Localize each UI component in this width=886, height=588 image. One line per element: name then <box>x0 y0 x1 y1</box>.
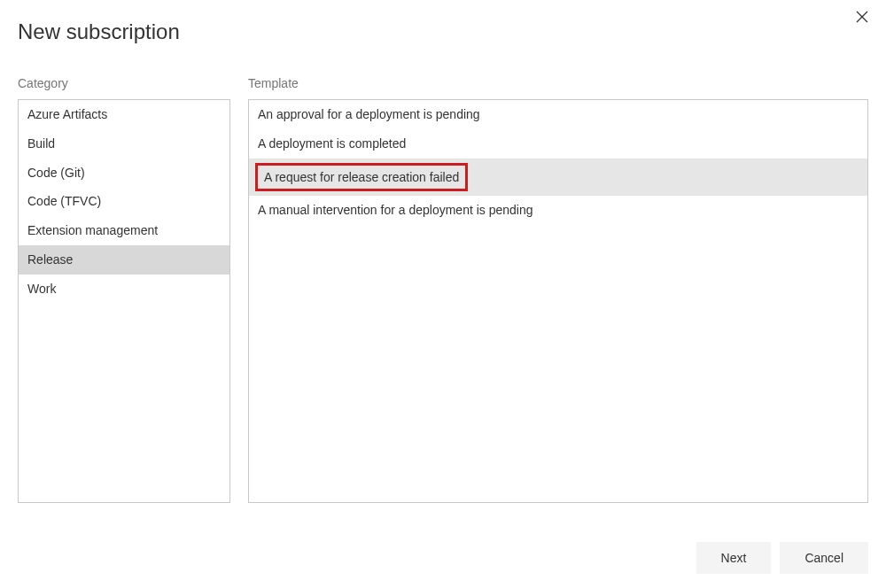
template-item-label: A manual intervention for a deployment i… <box>258 203 533 217</box>
close-button[interactable] <box>851 7 873 28</box>
template-item[interactable]: A manual intervention for a deployment i… <box>249 196 867 225</box>
page-title: New subscription <box>0 0 886 44</box>
category-listbox: Azure ArtifactsBuildCode (Git)Code (TFVC… <box>18 99 230 503</box>
template-item[interactable]: An approval for a deployment is pending <box>249 100 867 129</box>
template-item-label: A deployment is completed <box>258 136 406 151</box>
template-item-label: An approval for a deployment is pending <box>258 107 480 121</box>
category-item[interactable]: Release <box>19 245 229 275</box>
category-item[interactable]: Work <box>19 275 229 304</box>
category-item[interactable]: Azure Artifacts <box>19 100 229 129</box>
close-icon <box>856 11 868 26</box>
category-item[interactable]: Code (Git) <box>19 159 229 188</box>
template-item-label: A request for release creation failed <box>255 163 468 192</box>
category-label: Category <box>18 76 230 90</box>
template-item[interactable]: A request for release creation failed <box>249 159 867 197</box>
template-item[interactable]: A deployment is completed <box>249 129 867 159</box>
template-label: Template <box>248 76 868 90</box>
footer: Next Cancel <box>696 542 868 574</box>
category-item[interactable]: Build <box>19 129 229 159</box>
cancel-button[interactable]: Cancel <box>780 542 868 574</box>
template-listbox: An approval for a deployment is pendingA… <box>248 99 868 503</box>
next-button[interactable]: Next <box>696 542 772 574</box>
category-item[interactable]: Code (TFVC) <box>19 187 229 216</box>
category-item[interactable]: Extension management <box>19 216 229 245</box>
